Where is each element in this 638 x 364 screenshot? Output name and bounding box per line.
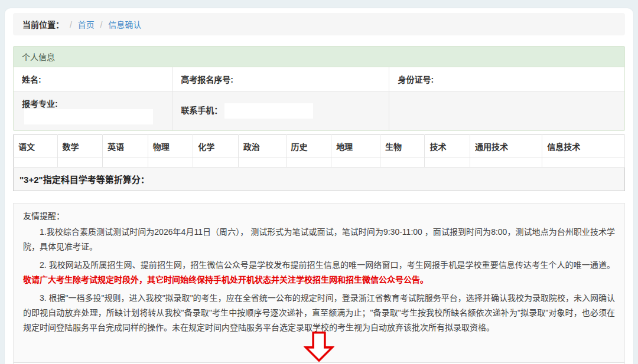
down-arrow-annotation [23, 332, 615, 362]
major-label: 报考专业: [22, 99, 58, 109]
subject-footer-row: "3+2"指定科目学考等第折算分： [14, 168, 625, 191]
subject-score-table: 语文 数学 英语 物理 化学 政治 历史 地理 生物 技术 通用技术 信息技术 [13, 135, 625, 191]
subject-header-physics: 物理 [148, 135, 193, 158]
subject-header-history: 历史 [286, 135, 331, 158]
subject-value-cell [425, 158, 470, 168]
subject-value-cell [238, 158, 286, 168]
subject-value-cell [57, 158, 103, 168]
empty-cell [389, 91, 624, 131]
reminder-title: 友情提醒： [23, 209, 615, 221]
subject-header-chinese: 语文 [14, 135, 58, 158]
exam-no-field: 高考报名序号: [172, 67, 389, 91]
name-field: 姓名: [14, 67, 172, 91]
subject-value-cell [148, 158, 193, 168]
personal-info-panel: 个人信息 姓名: 高考报名序号: 身份证号: 报考专业: [13, 46, 625, 131]
subject-header-general-tech: 通用技术 [470, 135, 542, 158]
subject-header-biology: 生物 [380, 135, 425, 158]
exam-no-label: 高考报名序号: [181, 75, 233, 84]
converted-score-label: "3+2"指定科目学考等第折算分： [14, 168, 625, 191]
breadcrumb-link-home[interactable]: 首页 [78, 20, 95, 29]
breadcrumb-title: 当前位置： [22, 20, 64, 29]
subject-value-cell [103, 158, 148, 168]
personal-info-table: 姓名: 高考报名序号: 身份证号: 报考专业: 联系手机： [14, 67, 624, 130]
reminder-paragraph-2-text: 2. 我校网站及所属招生网、提前招生网，招生微信公众号是学校发布提前招生信息的唯… [40, 260, 615, 270]
reminder-panel: 友情提醒： 1.我校综合素质测试测试时间为2026年4月11日（周六）， 测试形… [13, 203, 625, 364]
table-row: 报考专业: 联系手机： [14, 91, 624, 131]
subject-value-cell [542, 158, 625, 168]
reminder-paragraph-2: 2. 我校网站及所属招生网、提前招生网，招生微信公众号是学校发布提前招生信息的唯… [23, 258, 615, 287]
subject-header-math: 数学 [57, 135, 103, 158]
subject-value-cell [331, 158, 380, 168]
subject-value-row [14, 158, 625, 168]
breadcrumb-separator: / [100, 20, 103, 29]
phone-value-redacted [224, 103, 313, 119]
reminder-paragraph-1: 1.我校综合素质测试测试时间为2026年4月11日（周六）， 测试形式为笔试或面… [23, 225, 615, 254]
name-label: 姓名: [22, 75, 41, 84]
subject-value-cell [193, 158, 239, 168]
reminder-paragraph-3: 3. 根据"一档多投"规则，进入我校"拟录取"的考生，应在全省统一公布的规定时间… [23, 291, 615, 335]
subject-header-info-tech: 信息技术 [542, 135, 625, 158]
subject-value-cell [380, 158, 425, 168]
personal-info-panel-title: 个人信息 [14, 47, 624, 67]
subject-header-chemistry: 化学 [193, 135, 239, 158]
id-field: 身份证号: [389, 67, 624, 91]
phone-field: 联系手机： [172, 91, 389, 131]
subject-header-english: 英语 [103, 135, 148, 158]
subject-header-technology: 技术 [425, 135, 470, 158]
phone-label: 联系手机： [181, 106, 222, 115]
subject-value-cell [286, 158, 331, 168]
down-arrow-icon [304, 332, 334, 362]
subject-value-cell [14, 158, 58, 168]
subject-value-cell [470, 158, 542, 168]
id-label: 身份证号: [398, 75, 434, 84]
content-card: 当前位置： / 首页 / 信息确认 个人信息 姓名: 高考报名序号: 身份证号: [5, 8, 633, 364]
subject-header-geography: 地理 [331, 135, 380, 158]
major-value-redacted [24, 109, 153, 124]
major-field: 报考专业: [14, 91, 172, 131]
breadcrumb-separator: / [70, 20, 72, 29]
subject-header-row: 语文 数学 英语 物理 化学 政治 历史 地理 生物 技术 通用技术 信息技术 [14, 135, 625, 158]
table-row: 姓名: 高考报名序号: 身份证号: [14, 67, 624, 91]
breadcrumb: 当前位置： / 首页 / 信息确认 [13, 13, 625, 35]
reminder-content: 友情提醒： 1.我校综合素质测试测试时间为2026年4月11日（周六）， 测试形… [14, 204, 624, 362]
breadcrumb-link-info-confirm[interactable]: 信息确认 [108, 20, 141, 29]
subject-header-politics: 政治 [238, 135, 286, 158]
reminder-paragraph-2-red-note: 敬请广大考生除考试规定时段外，其它时间始终保持手机处开机状态并关注学校招生网和招… [23, 275, 428, 284]
